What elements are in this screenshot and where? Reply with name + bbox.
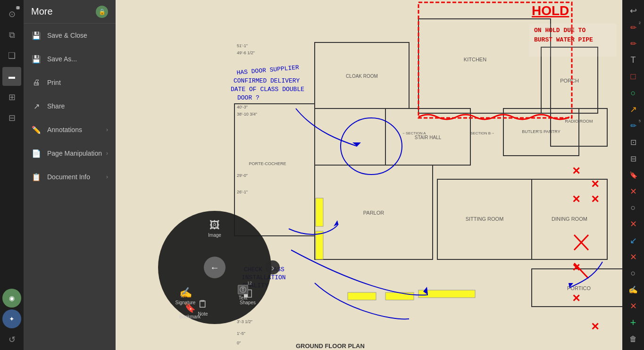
save-as-icon: 💾 xyxy=(31,54,42,64)
right-icon-circle-2[interactable]: ○ xyxy=(625,200,641,215)
sidebar-title: More xyxy=(31,6,96,17)
radial-item-image[interactable]: 🖼 Image xyxy=(201,219,229,238)
menu-item-annotations[interactable]: ✏️ Annotations › xyxy=(24,118,116,142)
menu-item-share[interactable]: ↗ Share xyxy=(24,94,116,118)
radial-expand-button[interactable]: › xyxy=(266,260,280,275)
page-manipulation-label: Page Manipulation xyxy=(47,150,102,157)
svg-rect-27 xyxy=(348,292,376,300)
right-icon-pen-blue[interactable]: ✏ 5 xyxy=(625,118,641,133)
image-icon: 🖼 xyxy=(209,219,220,232)
right-toolbar: ↩ ✏ 2 ✏ T □ ○ ↗ ✏ 5 ⊡ ⊟ 🔖 ✕ ○ ✕ ↙ ✕ ○ ✍ … xyxy=(622,0,644,350)
annotations-arrow: › xyxy=(106,126,108,133)
right-icon-trash[interactable]: 🗑 xyxy=(625,332,641,346)
svg-text:✕: ✕ xyxy=(572,165,580,177)
svg-text:DATE OF CLASS DOUBLE: DATE OF CLASS DOUBLE xyxy=(231,86,304,93)
menu-item-save-as[interactable]: 💾 Save As... xyxy=(24,47,116,71)
right-icon-circle-green[interactable]: ○ xyxy=(625,86,641,100)
svg-text:✕: ✕ xyxy=(572,193,580,205)
svg-text:←SECTION A: ←SECTION A xyxy=(402,131,426,135)
radial-item-text[interactable]: Ⓣ 12 Text xyxy=(231,283,255,300)
right-icon-text[interactable]: T xyxy=(625,53,641,67)
radial-item-bookmark[interactable]: 🔖 Bookmark xyxy=(177,302,203,319)
right-icon-circle-3[interactable]: ○ xyxy=(625,266,641,281)
menu-item-document-info[interactable]: 📋 Document Info › xyxy=(24,165,116,189)
menu-item-print[interactable]: 🖨 Print xyxy=(24,71,116,94)
svg-text:PORTICO: PORTICO xyxy=(567,285,591,291)
svg-text:DOOR ?: DOOR ? xyxy=(237,94,259,101)
right-icon-undo[interactable]: ↩ xyxy=(625,4,641,18)
right-icon-arrow-yellow[interactable]: ↗ xyxy=(625,102,641,117)
sidebar-header: More 🔒 xyxy=(24,0,116,24)
menu-item-page-manipulation[interactable]: 📄 Page Manipulation › xyxy=(24,142,116,165)
strip-icon-copy[interactable]: ❑ xyxy=(2,46,21,65)
strip-icon-star[interactable]: ✦ xyxy=(2,309,21,328)
annotations-icon: ✏️ xyxy=(31,125,42,135)
strip-icon-layers[interactable]: ⧉ xyxy=(2,25,21,44)
chevron-right-icon: › xyxy=(271,262,275,273)
radial-center-button[interactable]: ← xyxy=(204,257,226,278)
signature-icon: ✍ xyxy=(179,287,192,299)
save-as-label: Save As... xyxy=(47,55,77,63)
sidebar-menu-panel: More 🔒 💾 Save & Close 💾 Save As... 🖨 Pri… xyxy=(24,0,116,350)
right-icon-pen-red-2[interactable]: ✏ xyxy=(625,37,641,51)
svg-text:PARLOR: PARLOR xyxy=(363,210,384,216)
strip-icon-user1[interactable]: ◉ xyxy=(2,289,21,308)
svg-text:✕: ✕ xyxy=(591,178,599,190)
share-icon: ↗ xyxy=(31,101,42,111)
save-close-label: Save & Close xyxy=(47,32,87,39)
right-icon-pen-red-1[interactable]: ✏ 2 xyxy=(625,20,641,35)
annotations-label: Annotations xyxy=(47,126,82,133)
right-icon-x-red-2[interactable]: ✕ xyxy=(625,217,641,232)
right-icon-plus[interactable]: + xyxy=(625,316,641,330)
document-info-icon: 📋 xyxy=(31,172,42,182)
save-close-icon: 💾 xyxy=(31,30,42,41)
right-icon-pen-tool[interactable]: ✍ xyxy=(625,283,641,297)
back-arrow-icon: ← xyxy=(210,262,219,273)
right-icon-bookmark[interactable]: 🔖 xyxy=(625,168,641,183)
svg-text:26'-1": 26'-1" xyxy=(237,190,248,194)
right-icon-x-red-3[interactable]: ✕ xyxy=(625,250,641,264)
svg-text:0": 0" xyxy=(237,341,241,345)
bookmark-icon: 🔖 xyxy=(184,302,196,313)
text-tool-icon: Ⓣ 12 xyxy=(238,283,248,294)
print-icon: 🖨 xyxy=(31,77,42,88)
document-info-label: Document Info xyxy=(47,173,90,181)
main-content: KITCHEN PORCH CLOAK ROOM STAIR HALL ←SEC… xyxy=(116,0,622,350)
svg-text:GROUND FLOOR PLAN: GROUND FLOOR PLAN xyxy=(296,342,365,350)
svg-rect-28 xyxy=(385,292,414,300)
strip-icon-home[interactable]: ⊙ 3 xyxy=(2,5,21,24)
svg-text:PORCH: PORCH xyxy=(560,78,579,83)
svg-text:BURST WATER PIPE: BURST WATER PIPE xyxy=(534,36,593,43)
left-icon-strip: ⊙ 3 ⧉ ❑ ▬ ⊞ ⊟ ◉ ✦ ↺ xyxy=(0,0,24,350)
svg-text:DINING ROOM: DINING ROOM xyxy=(552,216,587,222)
strip-icon-map[interactable]: ⊞ xyxy=(2,88,21,107)
svg-text:BUTLER'S PANTRY: BUTLER'S PANTRY xyxy=(522,129,560,134)
strip-icon-active[interactable]: ▬ xyxy=(2,67,21,86)
svg-text:STAIR HALL: STAIR HALL xyxy=(415,135,442,140)
svg-text:51'-1": 51'-1" xyxy=(237,43,248,48)
radial-menu[interactable]: 🖼 Image ✍ Signature ◧ Shapes 🗒 Note xyxy=(158,211,271,324)
svg-text:40'-3": 40'-3" xyxy=(237,105,248,109)
right-icon-camera[interactable]: ⊡ xyxy=(625,135,641,150)
page-manipulation-icon: 📄 xyxy=(31,148,42,158)
svg-text:CLOAK ROOM: CLOAK ROOM xyxy=(346,74,378,79)
right-icon-x-red-4[interactable]: ✕ xyxy=(625,299,641,314)
print-label: Print xyxy=(47,79,61,86)
svg-text:KITCHEN: KITCHEN xyxy=(464,57,486,62)
strip-icon-refresh[interactable]: ↺ xyxy=(2,330,21,349)
svg-text:38'-10 3/4": 38'-10 3/4" xyxy=(237,112,257,117)
menu-item-save-close[interactable]: 💾 Save & Close xyxy=(24,24,116,47)
right-icon-arrow-blue[interactable]: ↙ xyxy=(625,233,641,248)
svg-text:✕: ✕ xyxy=(572,292,580,304)
page-manipulation-arrow: › xyxy=(106,150,108,157)
right-icon-tag[interactable]: ⊟ xyxy=(625,151,641,166)
document-info-arrow: › xyxy=(106,174,108,180)
right-icon-rect-red[interactable]: □ xyxy=(625,69,641,84)
svg-text:SECTION B→: SECTION B→ xyxy=(470,131,494,135)
svg-text:CONFIRMED DELIVERY: CONFIRMED DELIVERY xyxy=(234,77,300,84)
svg-text:ON HOLD DUE TO: ON HOLD DUE TO xyxy=(534,27,585,34)
svg-text:29'-0": 29'-0" xyxy=(237,173,248,178)
svg-text:✕: ✕ xyxy=(591,193,599,205)
right-icon-x-red-1[interactable]: ✕ xyxy=(625,184,641,199)
strip-icon-grid[interactable]: ⊟ xyxy=(2,108,21,127)
